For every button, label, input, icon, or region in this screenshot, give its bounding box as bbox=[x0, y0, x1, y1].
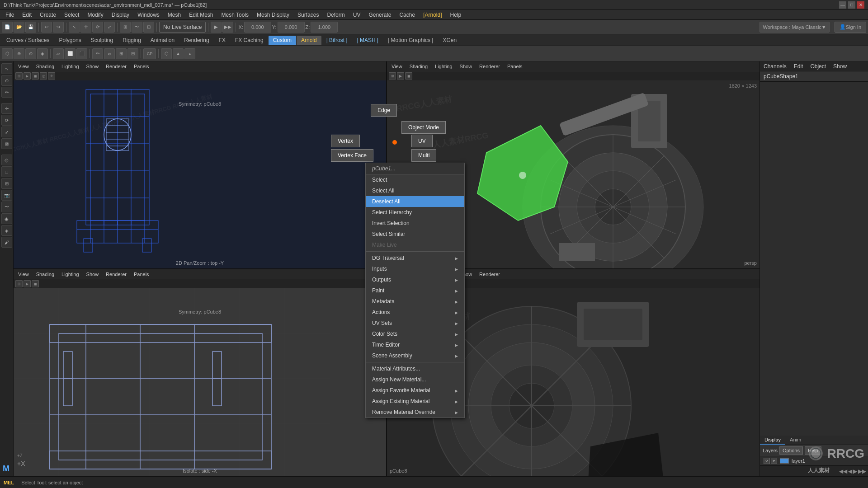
menu-edit[interactable]: Edit bbox=[19, 11, 35, 19]
ctx-assign-new-material[interactable]: Assign New Material... bbox=[366, 374, 464, 385]
menu-arnold[interactable]: [Arnold] bbox=[420, 11, 445, 19]
window-controls[interactable]: — □ ✕ bbox=[839, 1, 864, 9]
ctx-actions[interactable]: Actions bbox=[366, 307, 464, 318]
tab-animation[interactable]: Animation bbox=[146, 36, 179, 45]
vp-tl-tb-4[interactable]: ◎ bbox=[40, 72, 47, 80]
tb-select[interactable]: ↖ bbox=[69, 22, 80, 33]
tool-move[interactable]: ✛ bbox=[1, 103, 12, 114]
ctx-material-attributes[interactable]: Material Attributes... bbox=[366, 363, 464, 374]
menu-create[interactable]: Create bbox=[36, 11, 60, 19]
tool-scale[interactable]: ⤢ bbox=[1, 127, 12, 137]
tool-curve[interactable]: 〜 bbox=[1, 202, 12, 212]
display-tab-button[interactable]: Display bbox=[760, 436, 785, 445]
vp-bl-shading[interactable]: Shading bbox=[34, 271, 56, 278]
anim-tab-button[interactable]: Anim bbox=[785, 436, 806, 445]
shelf-btn-cp[interactable]: CP bbox=[143, 48, 156, 59]
shelf-btn-5[interactable]: ▱ bbox=[53, 48, 64, 59]
menu-mesh[interactable]: Mesh bbox=[164, 11, 184, 19]
menu-uv[interactable]: UV bbox=[349, 11, 364, 19]
vp-tr-show[interactable]: Show bbox=[458, 63, 474, 70]
ctx-outputs[interactable]: Outputs bbox=[366, 274, 464, 285]
vp-tr-tb-1[interactable]: ⊞ bbox=[389, 72, 396, 80]
shelf-btn-6[interactable]: ⬜ bbox=[65, 48, 75, 59]
object-label[interactable]: Object bbox=[810, 63, 826, 70]
tool-xray2[interactable]: ◈ bbox=[1, 225, 12, 236]
shelf-btn-8[interactable]: ✏ bbox=[92, 48, 103, 59]
tool-paint2[interactable]: 🖌 bbox=[1, 237, 12, 248]
ctx-assign-favorite-material[interactable]: Assign Favorite Material bbox=[366, 385, 464, 396]
ctx-deselect-all[interactable]: Deselect All bbox=[366, 196, 464, 207]
tab-xgen[interactable]: XGen bbox=[438, 36, 461, 45]
tb-snap-grid[interactable]: ⊞ bbox=[120, 22, 131, 33]
ctx-color-sets[interactable]: Color Sets bbox=[366, 328, 464, 339]
menu-surfaces[interactable]: Surfaces bbox=[294, 11, 322, 19]
ctx-metadata[interactable]: Metadata bbox=[366, 296, 464, 307]
tab-custom[interactable]: Custom bbox=[269, 36, 296, 45]
shelf-btn-3[interactable]: ⊙ bbox=[25, 48, 36, 59]
vp-tl-tb-2[interactable]: ▶ bbox=[24, 72, 31, 80]
menu-cache[interactable]: Cache bbox=[396, 11, 419, 19]
menu-display[interactable]: Display bbox=[108, 11, 133, 19]
tab-motion-graphics[interactable]: | Motion Graphics | bbox=[383, 36, 438, 45]
tb-render-seq[interactable]: ▶▶ bbox=[222, 22, 233, 33]
tb-snap-curve[interactable]: 〜 bbox=[132, 22, 142, 33]
tb-move[interactable]: ✛ bbox=[80, 22, 91, 33]
vp-bl-tb-2[interactable]: ▶ bbox=[24, 280, 31, 287]
tool-soft[interactable]: ◎ bbox=[1, 155, 12, 165]
ctx-assign-existing-material[interactable]: Assign Existing Material bbox=[366, 396, 464, 407]
menu-select[interactable]: Select bbox=[61, 11, 83, 19]
ctx-select-similar[interactable]: Select Similar bbox=[366, 229, 464, 239]
tb-render[interactable]: ▶ bbox=[211, 22, 222, 33]
vp-bl-renderer[interactable]: Renderer bbox=[104, 271, 128, 278]
mm-vertex[interactable]: Vertex bbox=[331, 135, 360, 147]
vp-tr-renderer[interactable]: Renderer bbox=[477, 63, 502, 70]
maximize-button[interactable]: □ bbox=[848, 1, 855, 9]
menu-help[interactable]: Help bbox=[447, 11, 465, 19]
ctx-select[interactable]: Select bbox=[366, 174, 464, 185]
tool-camera[interactable]: 📷 bbox=[1, 190, 12, 201]
layer-v-button[interactable]: V bbox=[764, 458, 770, 464]
vp-tl-tb-3[interactable]: ◼ bbox=[32, 72, 39, 80]
shelf-btn-10[interactable]: ⊞ bbox=[116, 48, 127, 59]
vp-tr-view[interactable]: View bbox=[390, 63, 404, 70]
tab-curves-surfaces[interactable]: Curves / Surfaces bbox=[2, 36, 54, 45]
tab-polygons[interactable]: Polygons bbox=[54, 36, 85, 45]
tool-snap[interactable]: ⊞ bbox=[1, 178, 12, 189]
tb-save[interactable]: 💾 bbox=[25, 22, 36, 33]
shelf-btn-13[interactable]: ▲ bbox=[173, 48, 184, 59]
axis-z-value[interactable]: 1.000 bbox=[311, 22, 338, 33]
tb-redo[interactable]: ↪ bbox=[53, 22, 64, 33]
layers-options[interactable]: Options bbox=[779, 446, 803, 455]
mm-object-mode[interactable]: Object Mode bbox=[401, 121, 446, 134]
tool-outline[interactable]: □ bbox=[1, 166, 12, 177]
workspace-label[interactable]: Workspace : Maya Classic▼ bbox=[760, 22, 829, 33]
vp-tl-show[interactable]: Show bbox=[85, 63, 101, 70]
ctx-remove-material-override[interactable]: Remove Material Override bbox=[366, 407, 464, 418]
viewport-top-left[interactable]: View Shading Lighting Show Renderer Pane… bbox=[14, 61, 386, 268]
tb-undo[interactable]: ↩ bbox=[41, 22, 52, 33]
vp-tr-panels[interactable]: Panels bbox=[505, 63, 524, 70]
shelf-btn-7[interactable]: ⬛ bbox=[76, 48, 87, 59]
vp-tr-shading[interactable]: Shading bbox=[408, 63, 429, 70]
viewport-bottom-left[interactable]: View Shading Lighting Show Renderer Pane… bbox=[14, 269, 386, 476]
shelf-btn-2[interactable]: ⊕ bbox=[14, 48, 24, 59]
tab-sculpting[interactable]: Sculpting bbox=[86, 36, 118, 45]
menu-mesh-tools[interactable]: Mesh Tools bbox=[218, 11, 252, 19]
ctx-scene-assembly[interactable]: Scene Assembly bbox=[366, 350, 464, 361]
mm-edge[interactable]: Edge bbox=[371, 104, 397, 117]
mm-multi[interactable]: Multi bbox=[411, 149, 436, 162]
vp-tr-tb-3[interactable]: ◼ bbox=[405, 72, 412, 80]
vp-tl-shading[interactable]: Shading bbox=[34, 63, 56, 70]
menu-deform[interactable]: Deform bbox=[323, 11, 348, 19]
ctx-time-editor[interactable]: Time Editor bbox=[366, 339, 464, 350]
mm-vertex-face[interactable]: Vertex Face bbox=[331, 149, 373, 162]
vp-tl-renderer[interactable]: Renderer bbox=[104, 63, 128, 70]
menu-modify[interactable]: Modify bbox=[84, 11, 107, 19]
tool-select[interactable]: ↖ bbox=[1, 63, 12, 74]
shelf-btn-1[interactable]: ⬡ bbox=[2, 48, 13, 59]
tb-open[interactable]: 📂 bbox=[14, 22, 24, 33]
vp-bl-view[interactable]: View bbox=[16, 271, 31, 278]
mm-uv[interactable]: UV bbox=[411, 135, 433, 147]
tab-rigging[interactable]: Rigging bbox=[118, 36, 146, 45]
axis-y-value[interactable]: 0.000 bbox=[278, 22, 305, 33]
